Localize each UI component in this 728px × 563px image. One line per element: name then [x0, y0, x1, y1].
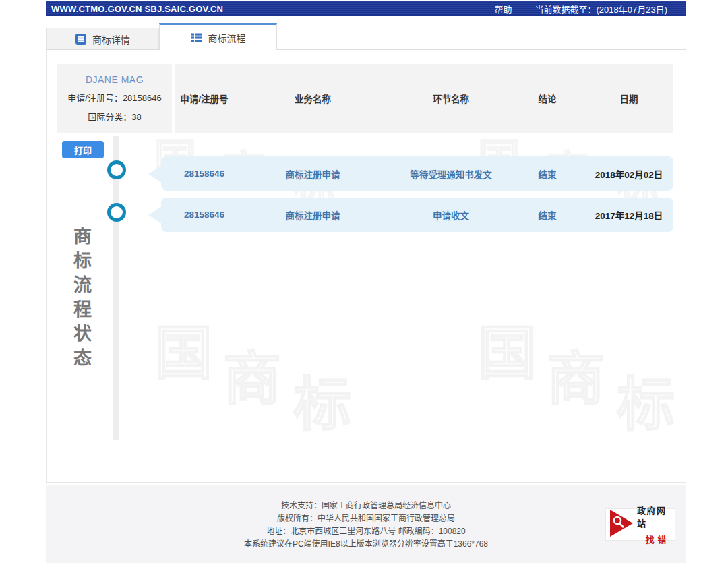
cell-application-number: 28158646: [175, 169, 234, 179]
cell-business-name: 商标注册申请: [234, 167, 392, 181]
col-conclusion: 结论: [510, 92, 584, 105]
col-step-name: 环节名称: [392, 92, 510, 105]
cell-business-name: 商标注册申请: [234, 208, 392, 222]
timeline-node: [107, 160, 126, 179]
watermark-char: 国: [154, 306, 212, 390]
badge-action: 找错: [637, 531, 675, 545]
col-application-number: 申请/注册号: [175, 92, 234, 105]
vertical-section-title: 商标流程状态: [68, 227, 94, 372]
trademark-info-box: DJANE MAG 申请/注册号：28158646 国际分类：38: [57, 64, 172, 133]
footer-copyright: 版权所有：中华人民共和国国家工商行政管理总局: [46, 512, 686, 525]
application-number: 申请/注册号：28158646: [67, 91, 161, 104]
table-row: 28158646 商标注册申请 申请收文 结束 2017年12月18日: [161, 198, 673, 232]
gov-site-error-report-badge[interactable]: 政府网站 找错: [605, 508, 675, 541]
table-row: 28158646 商标注册申请 等待受理通知书发文 结束 2018年02月02日: [161, 156, 673, 191]
cell-conclusion: 结束: [510, 167, 584, 181]
footer-tech-support: 技术支持：国家工商行政管理总局经济信息中心: [46, 500, 686, 512]
content-wrapper: WWW.CTMO.GOV.CN SBJ.SAIC.GOV.CN 帮助 当前数据截…: [46, 1, 686, 563]
site-url: WWW.CTMO.GOV.CN SBJ.SAIC.GOV.CN: [51, 4, 223, 14]
document-icon: [75, 33, 87, 45]
cell-application-number: 28158646: [175, 210, 234, 220]
col-date: 日期: [584, 92, 673, 105]
tab-bar: 商标详情 商标流程: [46, 23, 686, 50]
top-bar: WWW.CTMO.GOV.CN SBJ.SAIC.GOV.CN 帮助 当前数据截…: [46, 1, 686, 16]
timeline-node: [107, 203, 126, 222]
tab-trademark-details[interactable]: 商标详情: [46, 28, 159, 49]
watermark-char: 商: [223, 332, 281, 416]
help-link[interactable]: 帮助: [494, 3, 512, 16]
footer: 技术支持：国家工商行政管理总局经济信息中心 版权所有：中华人民共和国国家工商行政…: [46, 485, 686, 563]
cell-date: 2017年12月18日: [584, 208, 673, 222]
watermark-char: 国: [478, 306, 536, 390]
page: WWW.CTMO.GOV.CN SBJ.SAIC.GOV.CN 帮助 当前数据截…: [0, 0, 728, 563]
watermark-char: 标: [617, 357, 675, 442]
print-button[interactable]: 打印: [62, 141, 104, 158]
footer-browser-note: 本系统建议在PC端使用IE8以上版本浏览器分辨率设置高于1366*768: [46, 538, 686, 551]
col-business-name: 业务名称: [234, 92, 392, 105]
cell-conclusion: 结束: [510, 208, 584, 222]
trademark-name: DJANE MAG: [86, 74, 144, 85]
footer-address: 地址：北京市西城区三里河东路八号 邮政编码：100820: [46, 525, 686, 538]
tab-label: 商标流程: [208, 31, 246, 45]
process-panel: 国 商 标 国 商 标 国 商 标 国 商 标 DJANE MAG 申请/注册号…: [46, 50, 686, 483]
cell-step-name: 等待受理通知书发文: [392, 167, 510, 181]
cell-date: 2018年02月02日: [584, 167, 673, 181]
magnifier-flag-icon: [610, 510, 633, 539]
badge-title: 政府网站: [637, 504, 675, 529]
data-cutoff-label: 当前数据截至：(2018年07月23日): [535, 3, 668, 16]
table-header: 申请/注册号 业务名称 环节名称 结论 日期: [175, 64, 673, 133]
watermark-char: 标: [293, 357, 351, 442]
timeline-bar: [113, 136, 119, 440]
tab-trademark-process[interactable]: 商标流程: [159, 23, 277, 50]
watermark-char: 商: [547, 332, 605, 416]
tab-label: 商标详情: [92, 32, 130, 46]
international-class: 国际分类：38: [88, 110, 141, 123]
cell-step-name: 申请收文: [392, 208, 510, 222]
list-icon: [191, 32, 203, 44]
